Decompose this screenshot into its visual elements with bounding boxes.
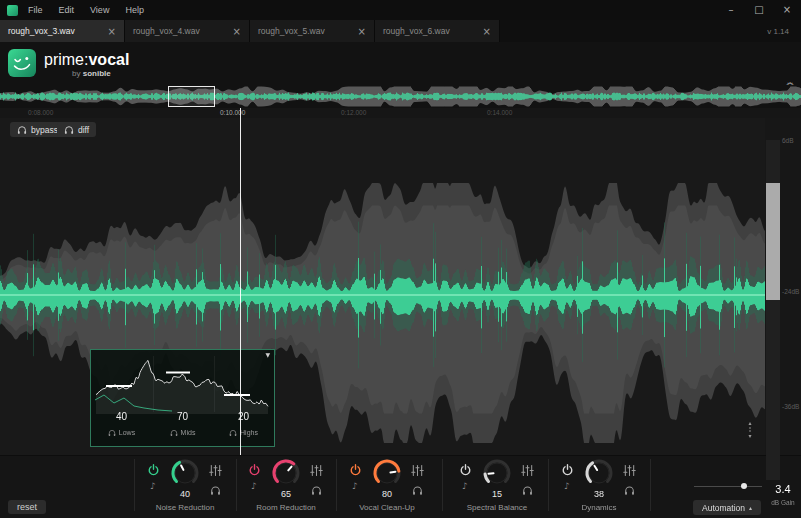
stepper-dot	[749, 427, 751, 429]
power-icon[interactable]	[248, 463, 261, 481]
playhead[interactable]	[240, 108, 241, 455]
tab-rough-vox-5-wav[interactable]: rough_vox_5.wav×	[250, 20, 375, 42]
reset-button[interactable]: reset	[8, 500, 46, 514]
module-value: 38	[549, 489, 649, 499]
version-label: v 1.14	[767, 27, 801, 36]
knob-dynamics[interactable]	[583, 457, 615, 493]
timeline-label: 0:10.000	[220, 109, 245, 116]
db-scale-label: -24dB	[782, 288, 799, 295]
module-value: 65	[236, 489, 336, 499]
step-up-icon[interactable]: ▴	[748, 420, 751, 426]
db-scale-label: 6dB	[782, 137, 794, 144]
sliders-icon[interactable]	[310, 463, 323, 481]
db-scale-label: -36dB	[782, 403, 799, 410]
band-value[interactable]: 70	[177, 411, 188, 422]
tab-close-icon[interactable]: ×	[233, 26, 241, 37]
module-value: 80	[337, 489, 437, 499]
gain-value: 3.4	[766, 483, 800, 495]
collapse-popup-icon[interactable]: ▼	[265, 351, 270, 358]
sliders-icon[interactable]	[521, 463, 534, 481]
tab-rough-vox-6-wav[interactable]: rough_vox_6.wav×	[375, 20, 500, 42]
mix-slider-knob[interactable]	[741, 483, 747, 489]
sliders-icon[interactable]	[209, 463, 222, 481]
timeline-label: 0:08.000	[28, 109, 53, 116]
band-value[interactable]: 40	[116, 411, 127, 422]
band-mids: 70Mids	[152, 411, 213, 441]
module-label: Dynamics	[549, 503, 649, 512]
tab-label: rough_vox_4.wav	[133, 26, 200, 36]
power-icon[interactable]	[147, 463, 160, 481]
timeline[interactable]: 0:08.0000:10.0000:12.0000:14.000	[0, 108, 801, 118]
module-dynamics: ♪38Dynamics	[549, 456, 649, 518]
step-down-icon[interactable]: ▾	[748, 433, 751, 439]
automation-label: Automation	[702, 503, 745, 513]
module-label: Room Reduction	[236, 503, 336, 512]
tab-label: rough_vox_3.wav	[8, 26, 75, 36]
module-spectral-balance: ♪15Spectral Balance	[447, 456, 547, 518]
menu-file[interactable]: File	[28, 5, 43, 15]
knob-room-reduction[interactable]	[270, 457, 302, 493]
mix-slider-track[interactable]	[694, 486, 762, 487]
power-icon[interactable]	[561, 463, 574, 481]
sliders-icon[interactable]	[623, 463, 636, 481]
headphones-icon[interactable]	[170, 423, 178, 441]
band-monitor-popup: ▼ 40Lows70Mids20Highs	[90, 349, 275, 447]
module-room-reduction: ♪65Room Reduction	[236, 456, 336, 518]
tab-label: rough_vox_5.wav	[258, 26, 325, 36]
caret-up-icon: ▴	[749, 504, 752, 511]
knob-noise-reduction[interactable]	[169, 457, 201, 493]
bypass-label: bypass	[31, 125, 58, 135]
gain-fader-handle[interactable]	[766, 183, 780, 300]
timeline-label: 0:14.000	[487, 109, 512, 116]
maximize-button[interactable]: □	[745, 0, 773, 20]
prime-vocal-logo-icon	[8, 49, 36, 81]
menu-help[interactable]: Help	[125, 5, 144, 15]
menu-edit[interactable]: Edit	[59, 5, 75, 15]
automation-button[interactable]: Automation ▴	[693, 500, 761, 515]
timeline-label: 0:12.000	[341, 109, 366, 116]
module-value: 15	[447, 489, 547, 499]
tab-rough-vox-4-wav[interactable]: rough_vox_4.wav×	[125, 20, 250, 42]
diff-button[interactable]: diff	[57, 122, 96, 137]
module-noise-reduction: ♪40Noise Reduction	[135, 456, 235, 518]
sliders-icon[interactable]	[411, 463, 424, 481]
module-vocal-clean-up: ♪80Vocal Clean-Up	[337, 456, 437, 518]
module-value: 40	[135, 489, 235, 499]
tab-close-icon[interactable]: ×	[108, 26, 116, 37]
knob-spectral-balance[interactable]	[481, 457, 513, 493]
app-title: prime:vocal	[44, 51, 129, 69]
tab-bar: rough_vox_3.wav×rough_vox_4.wav×rough_vo…	[0, 20, 801, 42]
tab-close-icon[interactable]: ×	[483, 26, 491, 37]
gain-fader-track[interactable]	[766, 140, 780, 480]
band-label: Highs	[240, 429, 258, 436]
power-icon[interactable]	[459, 463, 472, 481]
spectrum-graph[interactable]	[92, 352, 275, 414]
app-icon	[7, 5, 18, 16]
overview-waveform[interactable]	[0, 85, 801, 108]
title-bar: File Edit View Help – □ ×	[0, 0, 801, 20]
tab-close-icon[interactable]: ×	[358, 26, 366, 37]
band-highs: 20Highs	[213, 411, 274, 441]
power-icon[interactable]	[349, 463, 362, 481]
band-label: Mids	[181, 429, 196, 436]
prime-vocal-window: File Edit View Help – □ × rough_vox_3.wa…	[0, 0, 801, 518]
close-button[interactable]: ×	[773, 0, 801, 20]
module-separator	[442, 459, 443, 511]
tab-rough-vox-3-wav[interactable]: rough_vox_3.wav×	[0, 20, 125, 42]
headphones-icon[interactable]	[229, 423, 237, 441]
tab-label: rough_vox_6.wav	[383, 26, 450, 36]
menu-view[interactable]: View	[90, 5, 109, 15]
module-label: Noise Reduction	[135, 503, 235, 512]
fader-stepper[interactable]: ▴ ▾	[744, 420, 756, 439]
minimize-button[interactable]: –	[717, 0, 745, 20]
module-separator	[650, 459, 651, 511]
byline: by sonible	[72, 69, 111, 78]
headphones-icon	[17, 125, 27, 135]
overview-selection[interactable]	[168, 86, 215, 107]
headphones-icon[interactable]	[108, 423, 116, 441]
module-bar: ♪40Noise Reduction♪65Room Reduction♪80Vo…	[0, 455, 801, 518]
band-list: 40Lows70Mids20Highs	[91, 411, 274, 441]
band-lows: 40Lows	[91, 411, 152, 441]
module-label: Vocal Clean-Up	[337, 503, 437, 512]
knob-vocal-clean-up[interactable]	[371, 457, 403, 493]
